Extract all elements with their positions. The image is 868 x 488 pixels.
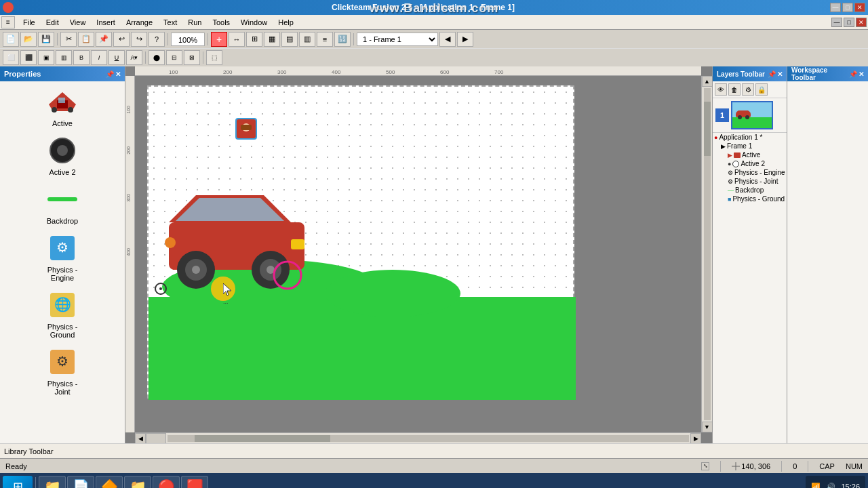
- menu-file[interactable]: File: [18, 17, 41, 28]
- menu-help[interactable]: Help: [273, 17, 299, 28]
- scroll-right-btn[interactable]: ▶: [690, 433, 701, 444]
- v-scrollbar[interactable]: ▲ ▼: [701, 76, 712, 432]
- open-btn[interactable]: 📂: [20, 32, 37, 47]
- redo-btn[interactable]: ↪: [131, 32, 147, 47]
- save-btn[interactable]: 💾: [38, 32, 54, 47]
- canvas-area[interactable]: 100 200 300 400 500 600 700 100 200 300 …: [125, 66, 712, 443]
- align-btn[interactable]: ≡: [317, 32, 333, 47]
- close-button[interactable]: ✕: [854, 3, 865, 12]
- toolbar2-btn4[interactable]: ▥: [56, 50, 72, 65]
- new-btn[interactable]: 📄: [3, 32, 19, 47]
- workspace-content: [787, 81, 868, 443]
- tree-backdrop[interactable]: — Backdrop: [713, 186, 787, 195]
- tree-physics-ground[interactable]: ■ Physics - Ground: [713, 195, 787, 203]
- layer-tool-2[interactable]: 🗑: [728, 83, 741, 96]
- workspace-pin-btn[interactable]: 📌: [849, 70, 857, 78]
- start-button[interactable]: ⊞: [3, 476, 33, 488]
- menu-insert[interactable]: Insert: [91, 17, 121, 28]
- properties-panel: Properties 📌 ✕ Active: [0, 66, 125, 443]
- canvas-background[interactable]: ···: [135, 76, 701, 432]
- layers-close-btn[interactable]: ✕: [777, 70, 783, 78]
- select-btn[interactable]: ⬚: [206, 50, 222, 65]
- counter-btn[interactable]: 🔢: [334, 32, 351, 47]
- paste-btn[interactable]: 📌: [96, 32, 112, 47]
- move-btn[interactable]: ↔: [229, 32, 245, 47]
- tree-active2[interactable]: ● Active 2: [713, 159, 787, 168]
- taskbar-folder2[interactable]: 📁: [124, 476, 151, 488]
- menu-window[interactable]: Window: [235, 17, 273, 28]
- toolbar2-btn8[interactable]: A▾: [126, 50, 142, 65]
- obj-active[interactable]: Active: [5, 87, 119, 127]
- panel-close[interactable]: ✕: [856, 18, 867, 27]
- menu-run[interactable]: Run: [182, 17, 207, 28]
- frame-btn[interactable]: ▦: [264, 32, 280, 47]
- align-left-btn[interactable]: ⬤: [149, 50, 165, 65]
- taskbar-record[interactable]: 🔴: [153, 476, 180, 488]
- scroll-area-left[interactable]: [146, 433, 166, 444]
- panel-close-btn[interactable]: ✕: [115, 70, 121, 78]
- tree-active[interactable]: ▶ Active: [713, 150, 787, 159]
- menu-tools[interactable]: Tools: [207, 17, 235, 28]
- tree-physics-joint[interactable]: ⚙ Physics - Joint: [713, 177, 787, 186]
- obj-physics-ground[interactable]: 🌐 Physics - Ground: [5, 290, 119, 339]
- tree-application[interactable]: ● Application 1 *: [713, 133, 787, 142]
- svg-point-41: [159, 287, 162, 290]
- toolbar2-btn3[interactable]: ▣: [38, 50, 54, 65]
- tree-physics-engine[interactable]: ⚙ Physics - Engine: [713, 168, 787, 177]
- menu-edit[interactable]: Edit: [41, 17, 64, 28]
- layers-pin-btn[interactable]: 📌: [768, 70, 776, 78]
- table-btn[interactable]: ▤: [281, 32, 298, 47]
- cols-btn[interactable]: ▥: [299, 32, 315, 47]
- minimize-button[interactable]: —: [830, 3, 841, 12]
- h-scroll-thumb[interactable]: [195, 435, 330, 442]
- taskbar-doc[interactable]: 📄: [67, 476, 94, 488]
- toolbar2-btn5[interactable]: B: [73, 50, 90, 65]
- scroll-up-btn[interactable]: ▲: [702, 76, 713, 87]
- layer-tool-4[interactable]: 🔒: [755, 83, 768, 96]
- menu-arrange[interactable]: Arrange: [121, 17, 158, 28]
- help-btn[interactable]: ?: [149, 32, 165, 47]
- toolbar2-btn2[interactable]: ⬛: [20, 50, 37, 65]
- layer-tool-1[interactable]: 👁: [715, 83, 727, 96]
- prev-frame-btn[interactable]: ◀: [439, 32, 456, 47]
- align-right-btn[interactable]: ⊠: [184, 50, 200, 65]
- add-obj-btn[interactable]: +: [211, 32, 227, 47]
- svg-point-27: [325, 270, 460, 317]
- obj-active2[interactable]: Active 2: [5, 136, 119, 176]
- workspace-close-btn[interactable]: ✕: [859, 70, 864, 78]
- resize-btn[interactable]: ⤡: [701, 462, 709, 470]
- panel-restore[interactable]: □: [844, 18, 854, 27]
- maximize-button[interactable]: □: [842, 3, 853, 12]
- menu-text[interactable]: Text: [158, 17, 182, 28]
- toolbar2-btn1[interactable]: ⬜: [3, 50, 19, 65]
- status-num: NUM: [846, 462, 863, 470]
- tree-frame[interactable]: ▶ Frame 1: [713, 142, 787, 150]
- v-scroll-thumb[interactable]: [704, 102, 711, 156]
- grid-btn[interactable]: ⊞: [246, 32, 262, 47]
- taskbar-app[interactable]: 🟥: [181, 476, 208, 488]
- scroll-left-btn[interactable]: ◀: [135, 433, 146, 444]
- cut-btn[interactable]: ✂: [60, 32, 77, 47]
- svg-point-32: [165, 237, 176, 248]
- toolbar2-btn7[interactable]: U: [108, 50, 125, 65]
- obj-physics-engine[interactable]: ⚙ Physics - Engine: [5, 233, 119, 282]
- panel-pin-btn[interactable]: 📌: [106, 70, 114, 78]
- undo-btn[interactable]: ↩: [113, 32, 130, 47]
- h-scrollbar[interactable]: ◀ ▶: [135, 432, 701, 443]
- taskbar-yellow[interactable]: 🔶: [96, 476, 123, 488]
- taskbar-explorer[interactable]: 📁: [39, 476, 66, 488]
- copy-btn[interactable]: 📋: [78, 32, 94, 47]
- menu-view[interactable]: View: [64, 17, 92, 28]
- app-menu-btn[interactable]: ≡: [1, 16, 15, 28]
- toolbar2-btn6[interactable]: I: [91, 50, 107, 65]
- next-frame-btn[interactable]: ▶: [457, 32, 473, 47]
- align-center-btn[interactable]: ⊟: [166, 50, 182, 65]
- obj-backdrop[interactable]: Backdrop: [5, 184, 119, 225]
- tree-physics-ground-label: Physics - Ground: [732, 195, 785, 203]
- scroll-down-btn[interactable]: ▼: [702, 422, 713, 432]
- frame-select[interactable]: 1 - Frame 1: [357, 33, 438, 46]
- obj-physics-joint[interactable]: ⚙ Physics - Joint: [5, 347, 119, 396]
- panel-minimize[interactable]: —: [831, 18, 842, 27]
- layer-tool-3[interactable]: ⚙: [742, 83, 754, 96]
- zoom-input[interactable]: 100%: [171, 33, 205, 46]
